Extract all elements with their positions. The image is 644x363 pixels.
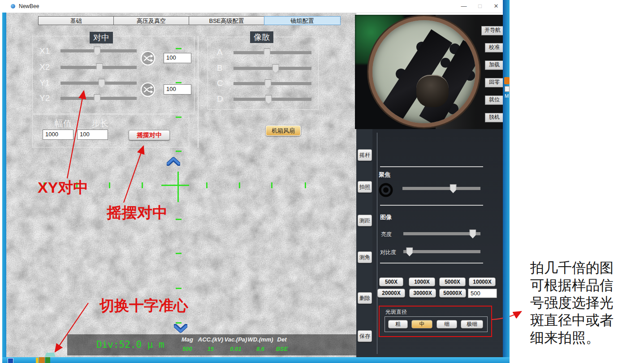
slider-d[interactable]: [233, 98, 311, 101]
scale-tick: [109, 182, 110, 188]
nav-button-zero[interactable]: 回零: [485, 78, 504, 87]
mag-value-input[interactable]: 500: [468, 289, 497, 298]
tool-button-joystick[interactable]: 摇杆: [358, 149, 372, 161]
chamber-camera-view: [355, 15, 503, 129]
crosshair-toggle-icon[interactable]: [45, 353, 56, 357]
taskbar[interactable]: [2, 357, 510, 363]
slider-y2[interactable]: [61, 97, 137, 100]
tool-strip: [356, 129, 372, 357]
scale-dash: [176, 82, 182, 83]
mag-button-30000x[interactable]: 30000X: [409, 289, 436, 298]
spot-diameter-label: 光斑直径: [385, 308, 407, 316]
note-line: 斑直径中或者: [530, 311, 638, 329]
slider-c[interactable]: [233, 82, 311, 85]
slider-b[interactable]: [233, 67, 311, 70]
taskbar-app-icon-green[interactable]: [45, 357, 50, 363]
spot-button-medium[interactable]: 中: [411, 320, 432, 328]
mag-button-10000x[interactable]: 10000X: [469, 277, 496, 286]
brightness-label: 亮度: [381, 231, 392, 238]
slider-label-y2: Y2: [39, 93, 50, 103]
mag-button-50000x[interactable]: 50000X: [439, 289, 466, 298]
tool-button-measure-distance[interactable]: 测距: [358, 215, 372, 226]
amplitude-input[interactable]: 1000: [43, 130, 73, 140]
tab-bse-advanced[interactable]: BSE高级配置: [189, 16, 264, 25]
sample-stub: [416, 75, 449, 107]
tool-button-photo[interactable]: 拍照: [358, 181, 372, 193]
focus-target-icon[interactable]: [379, 183, 393, 197]
spot-button-coarse[interactable]: 粗: [388, 320, 408, 328]
chassis-fan-button[interactable]: 机箱风扇: [266, 125, 301, 136]
nav-button-calibrate[interactable]: 校准: [485, 43, 504, 52]
slider-a[interactable]: [233, 51, 311, 54]
tab-basic[interactable]: 基础: [38, 16, 114, 25]
panel-divider: [198, 36, 199, 148]
sample-stage-disc: [368, 16, 480, 127]
nav-button-load[interactable]: 加载: [485, 60, 504, 70]
swap-arrows-icon[interactable]: [140, 50, 156, 66]
centering-group-title: 对中: [90, 32, 113, 43]
centering-y-value-input[interactable]: 100: [164, 84, 191, 95]
crosshair-marker: [161, 185, 189, 186]
annotation-toggle-crosshair: 切换十字准心: [99, 296, 188, 316]
scale-dash: [176, 48, 182, 49]
slider-x1[interactable]: [61, 49, 137, 52]
tab-lens-config[interactable]: 镜组配置: [264, 16, 341, 25]
nav-button-in-position[interactable]: 就位: [485, 95, 504, 105]
screen: 基础 高压及真空 BSE高级配置 镜组配置 对中 X1 X2 Y1 Y2 100…: [0, 0, 644, 363]
slider-x2[interactable]: [61, 66, 137, 69]
nav-button-offline[interactable]: 脱机: [485, 113, 504, 122]
scale-tick: [206, 182, 207, 188]
status-col-vac: Vac.(Pa)0.01: [222, 336, 249, 352]
mag-button-20000x[interactable]: 20000X: [377, 289, 405, 298]
mag-button-5000x[interactable]: 5000X: [439, 277, 466, 286]
chevron-up-icon[interactable]: [167, 157, 180, 166]
desktop-icon-orange[interactable]: [504, 77, 510, 84]
slider-y1[interactable]: [61, 82, 137, 85]
taskbar-app-icon-orange[interactable]: [39, 357, 45, 363]
slider-label-a: A: [217, 48, 223, 57]
swap-arrows-icon[interactable]: [140, 82, 156, 98]
title-bar[interactable]: [2, 0, 503, 13]
focus-slider[interactable]: [402, 187, 480, 190]
division-scale-text: Div:52.0 μ m: [96, 339, 164, 350]
tool-button-measure-angle[interactable]: 测角: [358, 251, 372, 263]
image-section-label: 图像: [380, 213, 392, 221]
app-icon: [11, 4, 15, 9]
taskbar-app-icon-blue[interactable]: [8, 358, 13, 363]
divider: [380, 166, 483, 167]
step-input[interactable]: 100: [77, 130, 108, 140]
mag-button-500x[interactable]: 500X: [379, 277, 403, 286]
scale-dash: [176, 117, 182, 118]
taskbar-app-icon-yellow[interactable]: [36, 358, 39, 363]
brightness-slider[interactable]: [403, 232, 480, 235]
tool-button-delete[interactable]: 删除: [358, 292, 372, 304]
spot-button-fine[interactable]: 细: [437, 320, 457, 328]
scale-tick: [142, 182, 143, 188]
amplitude-label: 幅值: [55, 118, 72, 130]
close-button[interactable]: ✕: [490, 2, 502, 11]
step-label: 步长: [91, 118, 108, 130]
maximize-button[interactable]: □: [474, 2, 486, 11]
tab-hv-vacuum[interactable]: 高压及真空: [113, 16, 189, 25]
minimize-button[interactable]: —: [458, 2, 470, 11]
tool-button-save[interactable]: 保存: [358, 330, 372, 342]
contrast-slider[interactable]: [403, 250, 480, 253]
annotation-wobble-centering: 摇摆对中: [107, 203, 168, 223]
nav-button-navigation[interactable]: 开导航: [481, 26, 504, 35]
mag-button-1000x[interactable]: 1000X: [409, 277, 435, 286]
divider: [380, 205, 483, 206]
status-col-acc: ACC.(kV)15: [196, 336, 225, 352]
note-line: 细来拍照。: [530, 329, 638, 346]
scale-tick: [305, 182, 306, 188]
panel-border: [377, 133, 377, 354]
wobble-centering-button[interactable]: 摇摆对中: [129, 130, 170, 140]
centering-x-value-input[interactable]: 100: [164, 53, 191, 63]
divider: [380, 263, 483, 264]
chevron-down-icon[interactable]: [174, 324, 187, 333]
desktop-icon-document[interactable]: [505, 86, 510, 92]
spot-button-extra-fine[interactable]: 极细: [461, 320, 483, 328]
annotation-xy-centering: XY对中: [38, 177, 88, 198]
focus-label: 聚焦: [379, 171, 390, 179]
scale-dash: [176, 288, 182, 289]
note-line: 可根据样品信: [530, 277, 638, 294]
